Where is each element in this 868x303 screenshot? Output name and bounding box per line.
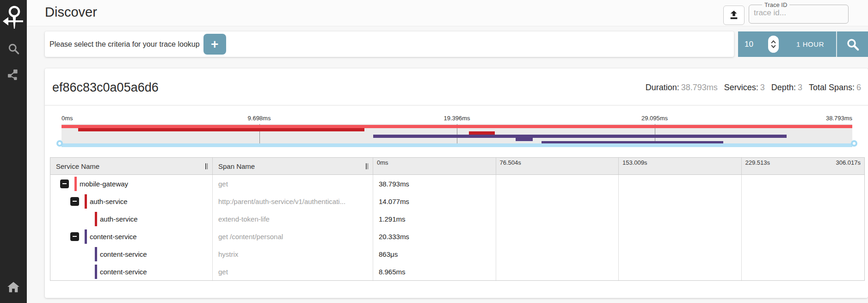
sidebar-home-icon[interactable] [0,276,27,297]
service-name: auth-service [90,198,128,205]
minimap-ticks: 0ms 9.698ms 19.396ms 29.095ms 38.793ms [62,115,852,123]
column-resize-handle[interactable] [204,162,209,170]
service-name: content-service [100,250,147,258]
span-duration: 863μs [373,245,496,263]
criteria-prompt: Please select the criteria for your trac… [49,40,200,49]
service-color-bar [95,265,97,279]
service-color-bar [85,194,87,209]
add-criteria-button[interactable]: + [203,34,226,55]
minimap-span-bar[interactable] [78,128,364,131]
span-row[interactable]: mobile-gateway get 38.793ms [50,175,864,192]
span-row[interactable]: auth-service http:/parent/auth-service/v… [50,192,864,210]
minimap-tick: 9.698ms [248,115,271,122]
stat-services: Services:3 [724,83,765,93]
limit-stepper[interactable] [768,36,779,53]
trace-id-title: ef86c83c0a05a6d6 [52,80,159,95]
span-name: extend-token-life [213,210,373,228]
span-duration: 38.793ms [373,175,496,192]
trace-id-fieldset: Trace ID [749,1,849,24]
minimap-tick: 29.095ms [641,115,668,122]
upload-trace-button[interactable] [723,6,745,25]
timeline-tick-header: 76.504s [496,158,619,174]
sidebar-search-icon[interactable] [0,38,27,59]
span-duration: 20.333ms [373,228,496,245]
stat-depth: Depth:3 [771,83,802,93]
span-name: get [213,263,373,280]
trace-minimap: 0ms 9.698ms 19.396ms 29.095ms 38.793ms [62,115,852,144]
column-resize-handle[interactable] [365,162,369,170]
minimap-tick: 38.793ms [826,115,852,122]
top-header: Discover Trace ID [27,0,868,26]
span-name: hystrix [213,245,373,263]
search-icon [846,37,860,51]
span-duration: 14.077ms [373,192,496,210]
minimap-range-slider[interactable] [62,143,852,147]
service-color-bar [74,177,77,191]
collapse-icon[interactable] [60,179,69,188]
trace-id-label: Trace ID [762,1,789,8]
service-name-header: Service Name [50,158,213,174]
span-name: get [213,175,373,192]
trace-header: ef86c83c0a05a6d6 Duration:38.793ms Servi… [45,68,868,105]
span-row[interactable]: auth-service extend-token-life 1.291ms [50,210,864,228]
collapse-icon[interactable] [70,232,79,241]
stat-total-spans: Total Spans:6 [809,83,861,93]
span-name-header: Span Name [213,158,373,174]
slider-handle-right[interactable] [851,140,857,147]
main-area: Discover Trace ID Please select the crit… [27,0,868,303]
timeline-tick-header: 153.009s [619,158,742,174]
service-name: content-service [100,268,147,276]
service-name: content-service [90,233,137,241]
minimap-span-bar[interactable] [469,131,495,135]
service-name: auth-service [100,215,138,223]
minimap-span-bar[interactable] [373,135,787,138]
minimap-band [62,124,852,144]
span-duration: 1.291ms [373,210,496,228]
search-criteria-row: Please select the criteria for your trac… [45,31,868,57]
collapse-icon[interactable] [70,197,79,206]
lookup-settings-bar: 10 1 HOUR [738,31,868,57]
span-row[interactable]: content-service get 8.965ms [50,263,864,280]
slider-handle-left[interactable] [56,140,63,147]
divider [836,31,837,57]
service-color-bar [85,229,87,244]
lookback-selector[interactable]: 1 HOUR [796,40,824,48]
sidebar [0,0,27,303]
chevron-down-icon [771,45,776,48]
span-name: get /content/personal [213,228,373,245]
minimap-tick: 19.396ms [443,115,470,122]
trace-id-input[interactable] [749,8,837,20]
span-duration: 8.965ms [373,263,496,280]
minimap-span-bar[interactable] [516,138,533,141]
minimap-tick: 0ms [62,115,73,122]
run-search-button[interactable] [837,37,868,51]
service-name: mobile-gateway [80,180,128,188]
trace-detail-card: ef86c83c0a05a6d6 Duration:38.793ms Servi… [45,68,868,298]
service-color-bar [95,247,97,261]
sidebar-dependencies-icon[interactable] [0,64,27,85]
service-color-bar [95,212,97,226]
timeline-tick-header: 229.513s306.017s [742,158,865,174]
upload-icon [729,10,739,20]
stat-duration: Duration:38.793ms [646,83,718,93]
trace-stats: Duration:38.793ms Services:3 Depth:3 Tot… [646,83,861,93]
timeline-tick-header: 0ms [373,158,496,174]
span-name: http:/parent/auth-service/v1/authenticat… [213,192,373,210]
span-table: Service Name Span Name 0ms 76.504s 153.0… [50,157,865,281]
minimap-span-bar[interactable] [62,125,852,128]
result-limit-value[interactable]: 10 [745,40,753,49]
criteria-card: Please select the criteria for your trac… [45,31,734,57]
table-header-row: Service Name Span Name 0ms 76.504s 153.0… [50,158,864,175]
zipkin-logo[interactable] [2,3,25,30]
span-row[interactable]: content-service get /content/personal 20… [50,228,864,245]
chevron-up-icon [771,40,776,43]
page-title: Discover [45,5,97,20]
span-row[interactable]: content-service hystrix 863μs [50,245,864,263]
